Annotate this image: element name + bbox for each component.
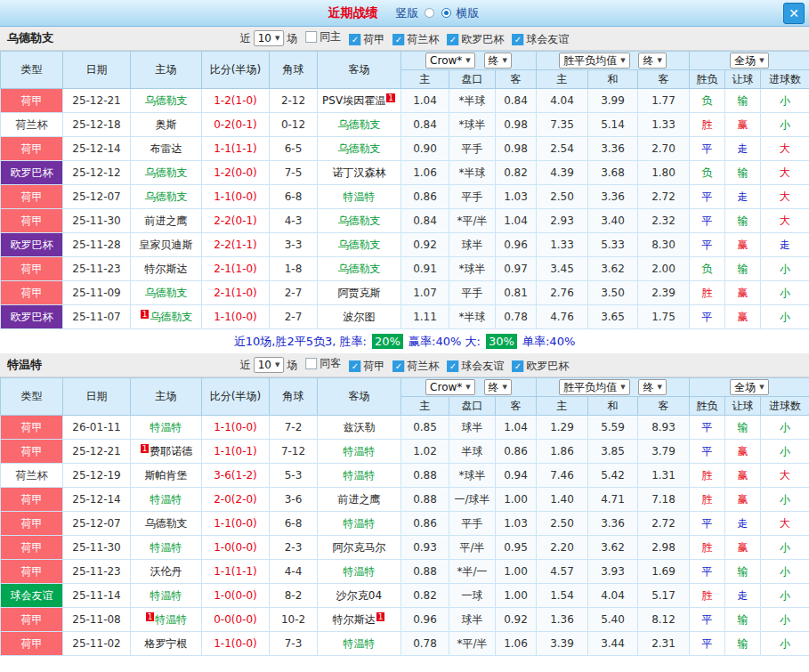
filter-option[interactable]: ✓欧罗巴杯 <box>447 32 504 47</box>
checkbox-icon[interactable]: ✓ <box>447 360 458 372</box>
checkbox-icon[interactable]: ✓ <box>447 34 458 45</box>
home-team[interactable]: 特温特 <box>150 589 182 602</box>
odds-source-select[interactable]: Crow*▼ <box>425 379 475 395</box>
away-team[interactable]: 特温特 <box>344 517 376 530</box>
match-count-select[interactable]: 10▼ <box>254 30 285 46</box>
home-team[interactable]: 特温特 <box>150 541 182 554</box>
home-team[interactable]: 格罗宁根 <box>145 637 188 650</box>
checkbox-icon[interactable]: ✓ <box>392 360 404 372</box>
match-score[interactable]: 0-2(0-1) <box>202 113 270 137</box>
checkbox-icon[interactable] <box>305 31 317 43</box>
away-team[interactable]: 前进之鹰 <box>338 493 381 506</box>
away-team[interactable]: 特温特 <box>344 565 376 578</box>
away-team[interactable]: 特尔斯达 <box>333 613 376 626</box>
vertical-radio[interactable] <box>425 8 434 18</box>
home-team[interactable]: 皇家贝迪斯 <box>140 239 193 251</box>
avg-home: 2.54 <box>537 137 588 161</box>
checkbox-icon[interactable]: ✓ <box>512 360 523 372</box>
home-team[interactable]: 特尔斯达 <box>145 263 188 275</box>
match-score[interactable]: 1-2(1-0) <box>202 89 270 113</box>
checkbox-icon[interactable]: ✓ <box>512 34 523 45</box>
match-score[interactable]: 1-2(0-0) <box>202 161 270 185</box>
home-team[interactable]: 特温特 <box>155 613 187 626</box>
match-score[interactable]: 3-6(1-2) <box>202 464 270 488</box>
result-cell: 负 <box>690 89 725 113</box>
match-score[interactable]: 2-0(2-0) <box>202 488 270 512</box>
home-team[interactable]: 奥斯 <box>156 118 177 131</box>
match-score[interactable]: 1-1(1-1) <box>202 137 270 161</box>
away-team[interactable]: 波尔图 <box>344 311 376 323</box>
away-team[interactable]: 诺丁汉森林 <box>333 166 386 179</box>
filter-option[interactable]: 同主 <box>305 29 341 45</box>
avg-select[interactable]: 胜平负均值▼ <box>559 379 629 395</box>
home-team[interactable]: 乌德勒支 <box>145 287 188 299</box>
match-score[interactable]: 1-1(0-0) <box>202 305 270 329</box>
away-team[interactable]: 乌德勒支 <box>338 142 381 155</box>
home-team[interactable]: 特温特 <box>150 493 182 506</box>
match-score[interactable]: 1-1(0-1) <box>202 440 270 464</box>
filter-option[interactable]: ✓荷甲 <box>349 359 384 374</box>
home-team[interactable]: 布雷达 <box>150 142 182 155</box>
home-team[interactable]: 沃伦丹 <box>150 565 182 578</box>
away-team[interactable]: 乌德勒支 <box>338 239 381 251</box>
close-button[interactable]: ✕ <box>783 3 805 24</box>
filter-option[interactable]: ✓球会友谊 <box>447 359 504 374</box>
away-team[interactable]: 阿尔克马尔 <box>333 541 386 554</box>
match-count-select[interactable]: 10▼ <box>254 357 285 373</box>
match-score[interactable]: 0-0(0-0) <box>202 608 270 632</box>
home-team[interactable]: 乌德勒支 <box>145 190 188 203</box>
filter-option[interactable]: 同客 <box>305 356 341 371</box>
match-score[interactable]: 1-1(0-0) <box>202 416 270 440</box>
home-team[interactable]: 斯帕肯堡 <box>145 469 188 482</box>
home-team[interactable]: 特温特 <box>150 421 182 433</box>
avg-final-select[interactable]: 终▼ <box>638 379 666 395</box>
match-score[interactable]: 1-1(0-0) <box>202 512 270 536</box>
away-team[interactable]: 特温特 <box>344 469 376 482</box>
avg-final-select[interactable]: 终▼ <box>638 53 666 69</box>
away-team[interactable]: 乌德勒支 <box>338 263 381 275</box>
home-team[interactable]: 费耶诺德 <box>150 445 192 457</box>
match-score[interactable]: 1-1(1-1) <box>202 560 270 584</box>
away-team[interactable]: 乌德勒支 <box>338 118 381 131</box>
filter-option[interactable]: ✓荷甲 <box>349 32 384 47</box>
avg-select[interactable]: 胜平负均值▼ <box>559 53 629 69</box>
home-team[interactable]: 乌德勒支 <box>145 94 188 107</box>
match-score[interactable]: 2-1(1-0) <box>202 281 270 305</box>
matches-table: 类型 日期 主场 比分(半场) 角球 客场 Crow*▼ 终▼ 胜平负均值▼ 终… <box>0 51 809 329</box>
away-team[interactable]: 阿贾克斯 <box>338 287 381 299</box>
match-date: 25-12-21 <box>63 440 131 464</box>
odds-final-select[interactable]: 终▼ <box>484 53 512 69</box>
checkbox-icon[interactable]: ✓ <box>349 360 360 372</box>
scope-select[interactable]: 全场▼ <box>730 53 768 69</box>
match-score[interactable]: 2-2(0-1) <box>202 209 270 233</box>
filter-option[interactable]: ✓球会友谊 <box>512 32 569 47</box>
filter-option[interactable]: ✓荷兰杯 <box>392 32 439 47</box>
away-team[interactable]: 沙尔克04 <box>336 589 382 602</box>
filter-option[interactable]: ✓荷兰杯 <box>392 359 439 374</box>
home-team[interactable]: 前进之鹰 <box>145 215 188 227</box>
odds-final-select[interactable]: 终▼ <box>484 379 512 395</box>
match-score[interactable]: 2-2(1-1) <box>202 233 270 257</box>
filter-option[interactable]: ✓欧罗巴杯 <box>512 359 569 374</box>
away-team[interactable]: 特温特 <box>344 637 376 650</box>
match-score[interactable]: 1-0(0-0) <box>202 536 270 560</box>
away-team[interactable]: 兹沃勒 <box>344 421 376 433</box>
match-score[interactable]: 1-1(0-0) <box>202 632 270 656</box>
checkbox-icon[interactable]: ✓ <box>349 34 360 45</box>
checkbox-icon[interactable] <box>305 358 317 369</box>
odds-source-select[interactable]: Crow*▼ <box>425 53 475 69</box>
match-score[interactable]: 1-0(0-0) <box>202 584 270 608</box>
home-team[interactable]: 乌德勒支 <box>150 311 192 323</box>
away-team[interactable]: PSV埃因霍温 <box>322 94 385 107</box>
scope-select[interactable]: 全场▼ <box>730 379 768 395</box>
home-team[interactable]: 乌德勒支 <box>145 517 188 530</box>
away-team[interactable]: 特温特 <box>344 190 376 203</box>
away-team[interactable]: 乌德勒支 <box>338 215 381 227</box>
home-team[interactable]: 乌德勒支 <box>145 166 188 179</box>
away-team[interactable]: 特温特 <box>344 445 376 457</box>
match-score[interactable]: 2-1(1-0) <box>202 257 270 281</box>
horizontal-radio[interactable] <box>441 8 451 18</box>
result-cell: 负 <box>690 257 725 281</box>
match-score[interactable]: 1-1(0-0) <box>202 185 270 209</box>
checkbox-icon[interactable]: ✓ <box>392 34 404 45</box>
